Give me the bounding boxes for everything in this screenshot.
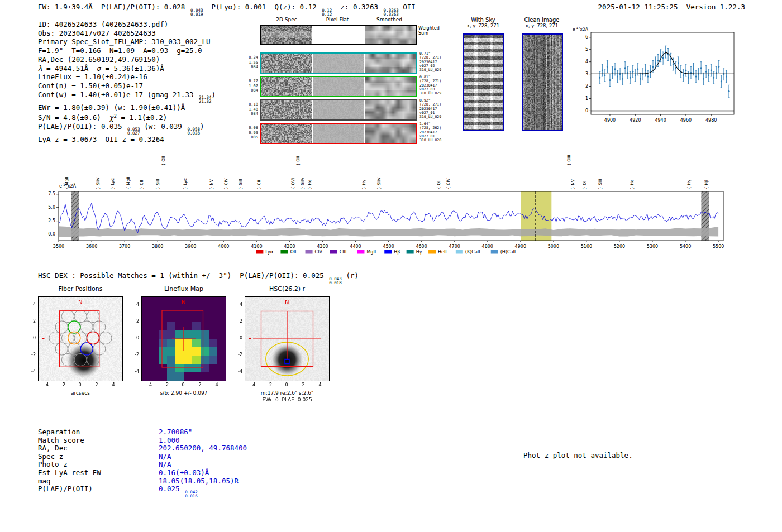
svg-text:4800: 4800: [482, 244, 493, 249]
match-table-value: 18.05(18.05,18.05)R: [159, 477, 239, 485]
svg-text:1: 1: [585, 96, 588, 101]
pixel-flat-image: [313, 100, 364, 119]
smoothed-image: [365, 100, 416, 119]
info-line: Cont(n) = 1.50(±0.05)e-17: [38, 82, 261, 90]
spec2d-weighted-image: [261, 26, 312, 44]
match-table-label: Spec z: [38, 452, 159, 461]
clean-image: [522, 33, 563, 131]
info-line: LineFlux = 1.10(±0.24)e-16: [38, 73, 261, 82]
svg-text:} Lyα: } Lyα: [110, 178, 115, 189]
svg-text:5: 5: [585, 47, 588, 52]
uncertainty-stack: 0.0580.028: [187, 127, 200, 135]
hsc-r-cutout: HSC(26.2) r m:17.9 re:2.6" s:2.6" EWr: 0…: [232, 285, 344, 408]
match-table-row: P(LAE)/P(OII)0.025 0.0420.016: [38, 485, 247, 493]
tick-label: 2: [129, 319, 139, 324]
svg-text:} OIII: } OIII: [582, 178, 587, 189]
svg-text:e-17x2Å: e-17x2Å: [573, 26, 589, 32]
spec2d-panel: 2D Spec Pixel Flat Smoothed Weighted Sum…: [246, 17, 459, 146]
match-table-value: 0.16(±0.03)Å: [159, 468, 209, 477]
with-sky-coords: x, y: 728, 271: [458, 23, 508, 28]
match-table-label: P(LAE)/P(OII): [38, 485, 159, 493]
svg-text:7.5: 7.5: [48, 191, 55, 196]
tick-label: 0: [232, 336, 242, 341]
svg-text:HeII: HeII: [438, 250, 447, 255]
svg-text:5100: 5100: [581, 244, 592, 249]
svg-text:5000: 5000: [548, 244, 559, 249]
pixel-flat-weighted-image: [313, 26, 364, 44]
spec2d-col-header: Smoothed: [370, 17, 409, 22]
fiber-positions-title: Fiber Positions: [26, 285, 135, 293]
smoothed-image: [365, 124, 416, 143]
svg-text:} SiIV: } SiIV: [376, 177, 382, 189]
tick-label: -4: [41, 382, 52, 387]
svg-text:CIII: CIII: [340, 250, 347, 255]
report-timestamp: 2025-01-12 11:25:25 Version 1.22.3: [598, 3, 745, 11]
tick-label: 4: [211, 382, 222, 387]
uncertainty-stack: 0.0420.016: [185, 490, 198, 498]
spec2d-image: [261, 54, 312, 73]
svg-text:3500: 3500: [53, 244, 64, 249]
pixel-flat-image: [313, 54, 364, 73]
svg-text:4400: 4400: [350, 244, 361, 249]
svg-text:4940: 4940: [655, 118, 666, 123]
match-table-label: Photo z: [38, 460, 159, 468]
tick-label: -2: [58, 382, 69, 387]
uncertainty-stack: 0.0430.019: [190, 8, 203, 16]
spec2d-row: [260, 76, 417, 97]
uncertainty-stack: 0.32630.3263: [384, 8, 399, 16]
smoothed-image: [365, 54, 416, 73]
tick-label: -2: [232, 352, 242, 357]
match-table-row: Spec zN/A: [38, 452, 247, 461]
svg-text:4100: 4100: [251, 244, 262, 249]
info-line: ID: 4026524633 (4026524633.pdf): [38, 20, 261, 29]
tick-label: 4: [314, 382, 326, 387]
svg-text:Hβ: Hβ: [394, 250, 400, 255]
svg-text:OII: OII: [290, 250, 296, 255]
tick-label: -2: [264, 382, 275, 387]
svg-text:} CII: } CII: [256, 180, 261, 189]
tick-label: -4: [144, 382, 155, 387]
svg-text:} SiIV: } SiIV: [96, 177, 101, 189]
uncertainty-stack: 21.3421.32: [199, 95, 212, 103]
svg-text:} SiII: } SiII: [155, 179, 160, 189]
info-line: S/N = 4.8(±0.6) χ2 = 1.1(±0.2): [38, 112, 261, 122]
svg-text:4900: 4900: [515, 244, 526, 249]
tick-label: -4: [232, 369, 242, 374]
tick-label: 2: [194, 382, 206, 387]
tick-label: -2: [129, 352, 139, 357]
smoothed-image: [365, 77, 416, 96]
hsc-dex-match-header: HSC-DEX : Possible Matches = 1 (within +…: [38, 271, 359, 285]
svg-text:0: 0: [585, 108, 588, 113]
hsc-caption-1: m:17.9 re:2.6" s:2.6": [232, 390, 342, 396]
lineflux-caption: s/b: 2.90 +/- 0.097: [129, 390, 239, 396]
match-table-row: Match score1.000: [38, 436, 247, 444]
header-stats: EW: 1.9±39.4Å P(LAE)/P(OII): 0.028 0.043…: [38, 3, 416, 16]
spec2d-row-annotation: 0.81"(728, 271)20230417v027_03310_LU_029: [419, 75, 453, 95]
spec2d-image: [261, 77, 312, 96]
svg-text:{ OIII: { OIII: [566, 155, 571, 166]
svg-text:} SiII: } SiII: [238, 179, 243, 189]
svg-text:4600: 4600: [416, 244, 427, 249]
svg-text:{ OVI: { OVI: [290, 178, 295, 189]
svg-text:{ MgII: { MgII: [126, 176, 131, 189]
hsc-r-title: HSC(26.2) r: [232, 285, 342, 293]
svg-text:Hγ: Hγ: [416, 250, 422, 255]
weighted-sum-label: Weighted Sum: [418, 26, 440, 36]
info-line: P(LAE)/P(OII): 0.035 0.0530.027 (w: 0.03…: [38, 122, 261, 136]
svg-text:4980: 4980: [705, 118, 717, 123]
lineflux-map-cutout: Lineflux Map s/b: 2.90 +/- 0.097 -4-2024…: [129, 285, 241, 408]
tick-label: -2: [161, 382, 172, 387]
svg-text:2.5: 2.5: [48, 218, 55, 223]
svg-text:6: 6: [585, 35, 588, 40]
match-table-value: 2.70086": [159, 428, 192, 436]
info-line: Obs: 20230417v027_4026524633: [38, 29, 261, 38]
svg-text:(K)CaII: (K)CaII: [465, 250, 480, 255]
info-line: EWr = 1.80(±0.39) (w: 1.90(±0.41))Å: [38, 103, 261, 112]
svg-text:Lyα: Lyα: [265, 250, 273, 255]
with-sky-title: With Sky: [458, 17, 508, 23]
svg-text:4960: 4960: [680, 118, 692, 123]
tick-label: 0: [26, 336, 36, 341]
svg-text:} SiIV: } SiIV: [300, 177, 305, 189]
info-line: λ = 4944.51Å σ = 5.36(±1.36)Å: [38, 64, 261, 73]
hsc-caption-2: EWr: 0. PLAE: 0.025: [232, 397, 342, 402]
